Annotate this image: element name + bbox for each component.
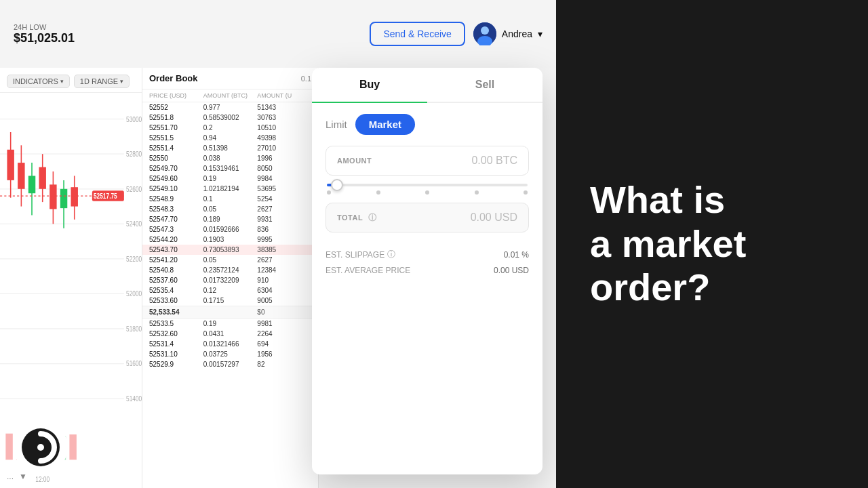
svg-text:51800.00: 51800.00	[126, 325, 142, 333]
order-btc: 0.05	[203, 205, 258, 213]
order-price: 52533.60	[149, 297, 203, 304]
order-row: 52547.700.1899931	[142, 214, 318, 224]
order-row: 52543.700.7305389338385	[142, 245, 318, 255]
order-price: 52532.60	[149, 330, 203, 338]
avatar	[473, 22, 496, 45]
sell-tab[interactable]: Sell	[427, 68, 542, 102]
order-price: 52547.70	[149, 216, 203, 223]
indicators-button[interactable]: INDICATORS ▾	[7, 75, 70, 88]
order-btc: 0.58539002	[203, 114, 258, 121]
order-price: 52551.70	[149, 124, 203, 131]
svg-text:52000.00: 52000.00	[126, 291, 142, 298]
slider-dot-75	[475, 190, 479, 195]
order-btc: 0.1903	[203, 236, 258, 243]
order-usd: 6304	[257, 287, 311, 294]
order-usd: 1956	[257, 350, 311, 358]
order-row: 52529.90.0015729782	[142, 359, 318, 369]
order-usd: 2627	[257, 205, 311, 213]
order-btc: 0.05	[203, 256, 258, 264]
order-row: 52549.600.199984	[142, 174, 318, 184]
order-row: 52548.30.052627	[142, 204, 318, 214]
more-options-button[interactable]: ...	[7, 472, 14, 481]
order-price: 52548.3	[149, 205, 203, 213]
order-btc: 0.01732209	[203, 277, 258, 284]
order-price: 52551.4	[149, 144, 203, 152]
avg-price-row: EST. AVERAGE PRICE 0.00 USD	[326, 266, 529, 275]
collapse-button[interactable]: ▼	[19, 472, 27, 481]
order-btc: 0.03725	[203, 350, 258, 358]
slider-dot-50	[425, 190, 429, 195]
order-price: 52550	[149, 155, 203, 162]
market-button[interactable]: Market	[355, 114, 415, 135]
svg-rect-27	[28, 176, 35, 193]
order-btc: 0.2	[203, 124, 258, 131]
info-section: EST. SLIPPAGE ⓘ 0.01 % EST. AVERAGE PRIC…	[312, 241, 542, 289]
order-book-rows: 525520.9775134352551.80.5853900230763525…	[142, 102, 318, 475]
logo-badge	[14, 420, 68, 474]
buy-tab[interactable]: Buy	[312, 68, 427, 102]
order-row: 52549.101.0218219453695	[142, 184, 318, 194]
chevron-down-icon: ▾	[538, 28, 542, 39]
user-badge[interactable]: Andrea ▾	[473, 22, 542, 45]
low-label: 24H LOW	[14, 23, 75, 31]
send-receive-button[interactable]: Send & Receive	[370, 22, 465, 46]
slider-thumb[interactable]	[331, 179, 343, 191]
total-label: TOTAL ⓘ	[337, 212, 376, 224]
order-book-title: Order Book	[149, 73, 198, 83]
order-price: 52549.70	[149, 165, 203, 172]
order-usd: 9984	[257, 175, 311, 182]
order-book: Order Book 0.1 PRICE (USD) AMOUNT (BTC) …	[142, 68, 319, 488]
svg-rect-31	[50, 184, 56, 209]
order-usd: 49398	[257, 134, 311, 142]
order-price: 52529.9	[149, 361, 203, 368]
order-btc: 0.19	[203, 320, 258, 327]
svg-text:52517.75: 52517.75	[94, 192, 117, 200]
order-btc: 0.51398	[203, 144, 258, 152]
order-usd: 27010	[257, 144, 311, 152]
order-row: 52551.50.9449398	[142, 133, 318, 143]
order-btc: 0.94	[203, 134, 258, 142]
amount-label: AMOUNT	[337, 157, 372, 165]
hero-text: What is a market order?	[590, 178, 834, 309]
chart-area: INDICATORS ▾ 1D RANGE ▾	[0, 68, 142, 488]
tab-indicator	[312, 102, 427, 103]
amount-slider[interactable]	[326, 184, 529, 195]
chevron-down-icon: ▾	[120, 78, 123, 85]
hero-line-2: a market	[590, 222, 834, 266]
order-price: 52547.3	[149, 226, 203, 233]
svg-text:52800.00: 52800.00	[126, 150, 142, 158]
slippage-value: 0.01 %	[504, 250, 529, 260]
limit-label[interactable]: Limit	[326, 119, 347, 130]
order-price: 52552	[149, 104, 203, 111]
hero-line-1: What is	[590, 178, 834, 222]
svg-rect-39	[5, 434, 12, 460]
slippage-row: EST. SLIPPAGE ⓘ 0.01 %	[326, 249, 529, 260]
order-usd: 9995	[257, 236, 311, 243]
amount-field[interactable]: AMOUNT 0.00 BTC	[326, 146, 529, 176]
svg-text:52200.00: 52200.00	[126, 256, 142, 263]
slider-dot-0	[327, 190, 331, 195]
order-btc: 1.02182194	[203, 185, 258, 192]
range-button[interactable]: 1D RANGE ▾	[74, 75, 130, 88]
order-row: 52541.200.052627	[142, 255, 318, 265]
order-btc: 0.15319461	[203, 165, 258, 172]
svg-point-49	[37, 444, 44, 451]
order-btc: 0.19	[203, 175, 258, 182]
slider-dots	[327, 190, 528, 195]
order-row: 52533.600.17159005	[142, 296, 318, 306]
total-value: 0.00 USD	[471, 211, 517, 224]
order-price: 52540.8	[149, 266, 203, 274]
hero-line-3: order?	[590, 266, 834, 309]
order-row: 52532.600.04312264	[142, 329, 318, 339]
order-btc: 0.12	[203, 287, 258, 294]
order-book-header: Order Book 0.1	[142, 68, 318, 89]
order-usd: 5254	[257, 195, 311, 203]
svg-text:53000.00: 53000.00	[126, 116, 142, 123]
total-field: TOTAL ⓘ 0.00 USD	[326, 203, 529, 232]
trading-panel: 24H LOW $51,025.01 Send & Receive Andrea…	[0, 0, 556, 488]
order-price: 52549.10	[149, 185, 203, 192]
order-row: 52551.40.5139827010	[142, 143, 318, 153]
order-usd: 910	[257, 277, 311, 284]
slippage-label: EST. SLIPPAGE ⓘ	[326, 249, 395, 260]
avg-price-value: 0.00 USD	[494, 266, 529, 275]
